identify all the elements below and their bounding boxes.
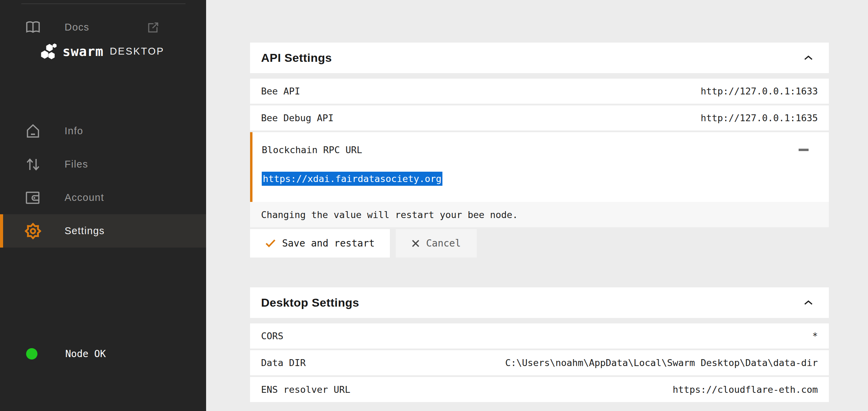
setting-value: http://127.0.0.1:1633: [701, 86, 818, 96]
sidebar-item-label: Info: [65, 125, 83, 137]
hexagon-cluster-icon: [41, 43, 57, 59]
setting-value: https://cloudflare-eth.com: [673, 384, 818, 395]
chevron-up-icon[interactable]: [804, 300, 813, 305]
app-logo: swarm DESKTOP: [41, 43, 164, 59]
wallet-icon: [25, 190, 41, 206]
sidebar-item-label: Settings: [65, 225, 105, 237]
setting-row-cors[interactable]: CORS *: [250, 323, 829, 349]
setting-value: http://127.0.0.1:1635: [701, 113, 818, 123]
book-icon: [25, 19, 41, 36]
minus-icon[interactable]: [799, 149, 809, 151]
setting-label: Blockchain RPC URL: [262, 145, 362, 155]
setting-value: *: [812, 331, 818, 341]
sidebar-item-docs[interactable]: Docs: [0, 11, 206, 44]
rpc-url-selected-text: https://xdai.fairdatasociety.org: [262, 172, 442, 186]
section-title: Desktop Settings: [261, 296, 359, 309]
green-dot-status-icon: [26, 348, 37, 359]
main-content: API Settings Bee API http://127.0.0.1:16…: [206, 0, 868, 411]
restart-note-text: Changing the value will restart your bee…: [261, 209, 518, 220]
chevron-up-icon[interactable]: [804, 55, 813, 60]
sidebar-item-account[interactable]: Account: [0, 181, 206, 214]
setting-row-ens-resolver-url[interactable]: ENS resolver URL https://cloudflare-eth.…: [250, 377, 829, 402]
restart-note: Changing the value will restart your bee…: [250, 202, 829, 227]
transfer-arrows-icon: [25, 156, 41, 173]
external-link-icon: [147, 21, 159, 34]
x-icon: [412, 239, 420, 248]
setting-row-bee-debug-api[interactable]: Bee Debug API http://127.0.0.1:1635: [250, 105, 829, 130]
sidebar: swarm DESKTOP Info Files: [0, 0, 206, 411]
node-status: Node OK: [0, 343, 206, 364]
sidebar-item-label: Files: [65, 159, 88, 170]
setting-label: Bee Debug API: [261, 113, 334, 123]
logo-brand: swarm: [63, 44, 103, 59]
sidebar-item-label: Docs: [65, 22, 89, 33]
setting-label: Bee API: [261, 86, 300, 96]
section-title: API Settings: [261, 51, 332, 65]
sidebar-item-files[interactable]: Files: [0, 148, 206, 181]
setting-label: ENS resolver URL: [261, 384, 350, 395]
sidebar-item-settings[interactable]: Settings: [0, 214, 206, 248]
setting-label: Data DIR: [261, 357, 306, 368]
api-settings-header[interactable]: API Settings: [250, 43, 829, 73]
home-icon: [25, 123, 41, 139]
sidebar-item-label: Account: [65, 192, 104, 203]
desktop-settings-header[interactable]: Desktop Settings: [250, 287, 829, 318]
save-button-label: Save and restart: [282, 238, 375, 249]
rpc-url-input[interactable]: https://xdai.fairdatasociety.org: [262, 172, 818, 186]
logo-suffix: DESKTOP: [110, 46, 164, 57]
setting-row-data-dir[interactable]: Data DIR C:\Users\noahm\AppData\Local\Sw…: [250, 350, 829, 375]
setting-editor-blockchain-rpc-url: Blockchain RPC URL https://xdai.fairdata…: [250, 132, 829, 202]
setting-label: CORS: [261, 331, 283, 341]
api-settings-section: API Settings Bee API http://127.0.0.1:16…: [250, 43, 829, 258]
sidebar-item-info[interactable]: Info: [0, 114, 206, 148]
desktop-settings-section: Desktop Settings CORS * Data DIR C:\User…: [250, 287, 829, 402]
setting-value: C:\Users\noahm\AppData\Local\Swarm Deskt…: [505, 357, 818, 368]
sidebar-divider: [21, 3, 185, 4]
cancel-button-label: Cancel: [426, 238, 461, 249]
editor-actions: Save and restart Cancel: [250, 229, 829, 258]
save-and-restart-button[interactable]: Save and restart: [250, 229, 390, 258]
gear-icon: [25, 223, 41, 239]
cancel-button[interactable]: Cancel: [396, 229, 477, 258]
setting-row-bee-api[interactable]: Bee API http://127.0.0.1:1633: [250, 79, 829, 104]
check-icon: [265, 239, 276, 248]
sidebar-nav: Info Files Account: [0, 114, 206, 248]
node-status-label: Node OK: [65, 348, 106, 359]
